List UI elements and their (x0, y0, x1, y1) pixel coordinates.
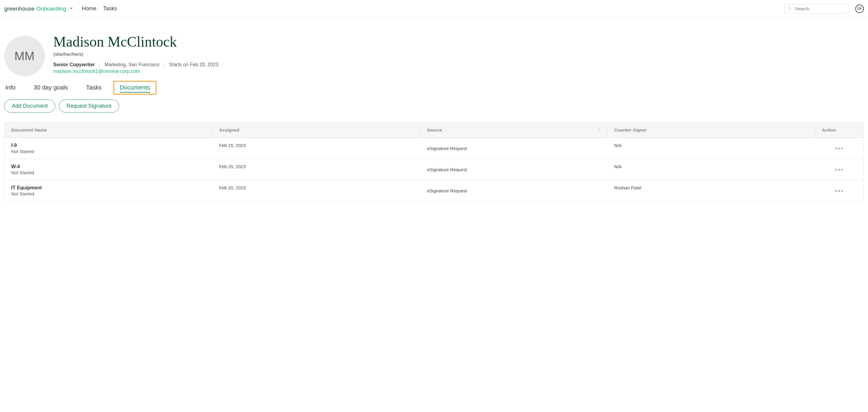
doc-signer: N/A (608, 159, 815, 180)
add-document-button[interactable]: Add Document (4, 99, 55, 113)
search-input[interactable] (795, 6, 852, 11)
profile-email[interactable]: madison.mcclintock1@omniva-corp.com (53, 69, 218, 74)
col-header-name[interactable]: Document Name (4, 122, 213, 137)
content: MM Madison McClintock (she/her/hers) Sen… (0, 18, 868, 202)
doc-assigned: Feb 15, 2023 (213, 138, 421, 159)
col-header-source-text: Source (427, 127, 442, 133)
col-header-action: Action (815, 122, 864, 137)
doc-signer: N/A (608, 138, 815, 159)
nav-home[interactable]: Home (82, 5, 96, 12)
divider: | (99, 62, 100, 67)
profile-info: Madison McClintock (she/her/hers) Senior… (53, 36, 218, 74)
col-header-signer[interactable]: Counter Signer (608, 122, 815, 137)
profile-header: MM Madison McClintock (she/her/hers) Sen… (4, 36, 864, 76)
row-menu-icon[interactable]: ••• (835, 145, 844, 152)
top-nav: Home Tasks (82, 5, 117, 12)
tab-highlight: Documents (113, 81, 157, 95)
top-header: greenhouse Onboarding Home Tasks CK (0, 0, 868, 18)
documents-table: Document Name Assigned Source ↑ Counter … (4, 122, 864, 202)
start-date: Starts on Feb 20, 2023 (169, 62, 218, 67)
request-signature-button[interactable]: Request Signature (59, 99, 119, 113)
row-menu-icon[interactable]: ••• (835, 166, 844, 174)
row-menu-icon[interactable]: ••• (835, 187, 844, 195)
sort-arrow-icon: ↑ (599, 128, 601, 132)
job-title: Senior Copywriter (53, 62, 95, 67)
doc-status: Not Started (11, 191, 206, 196)
table-row: IT Equipment Not Started Feb 20, 2023 eS… (4, 180, 864, 201)
chevron-down-icon[interactable] (69, 6, 73, 11)
svg-point-0 (788, 7, 791, 9)
doc-assigned: Feb 20, 2023 (213, 180, 421, 201)
logo-text-greenhouse: greenhouse (4, 5, 34, 12)
nav-tasks[interactable]: Tasks (103, 5, 117, 12)
doc-status: Not Started (11, 170, 206, 175)
profile-meta: Senior Copywriter | Marketing, San Franc… (53, 62, 218, 67)
product-logo[interactable]: greenhouse Onboarding (4, 5, 73, 12)
table-header: Document Name Assigned Source ↑ Counter … (4, 122, 864, 138)
col-header-assigned[interactable]: Assigned (213, 122, 421, 137)
divider: | (163, 62, 165, 67)
doc-source: eSignature Request (421, 159, 608, 180)
doc-signer: Roshan Patel (608, 180, 815, 201)
doc-assigned: Feb 20, 2023 (213, 159, 421, 180)
svg-line-1 (790, 9, 791, 10)
tab-tasks[interactable]: Tasks (86, 84, 101, 91)
table-row: W-4 Not Started Feb 20, 2023 eSignature … (4, 159, 864, 180)
dept-location: Marketing, San Francisco (104, 62, 159, 67)
doc-name: W-4 (11, 164, 206, 169)
tab-documents[interactable]: Documents (120, 84, 150, 93)
avatar: MM (4, 36, 45, 76)
profile-tabs: Info 30 day goals Tasks Documents (4, 84, 864, 91)
search-box[interactable] (784, 4, 848, 13)
profile-pronouns: (she/her/hers) (53, 52, 218, 57)
col-header-source[interactable]: Source ↑ (421, 122, 608, 137)
search-icon (788, 6, 792, 11)
user-avatar-badge[interactable]: CK (855, 4, 864, 13)
logo-text-onboarding: Onboarding (36, 5, 66, 12)
tab-info[interactable]: Info (5, 84, 16, 91)
doc-name: IT Equipment (11, 185, 206, 190)
tab-goals[interactable]: 30 day goals (34, 84, 68, 91)
doc-status: Not Started (11, 149, 206, 154)
profile-name: Madison McClintock (53, 33, 218, 50)
doc-source: eSignature Request (421, 138, 608, 159)
table-row: I-9 Not Started Feb 15, 2023 eSignature … (4, 138, 864, 159)
doc-source: eSignature Request (421, 180, 608, 201)
doc-name: I-9 (11, 143, 206, 148)
action-buttons: Add Document Request Signature (4, 99, 864, 113)
